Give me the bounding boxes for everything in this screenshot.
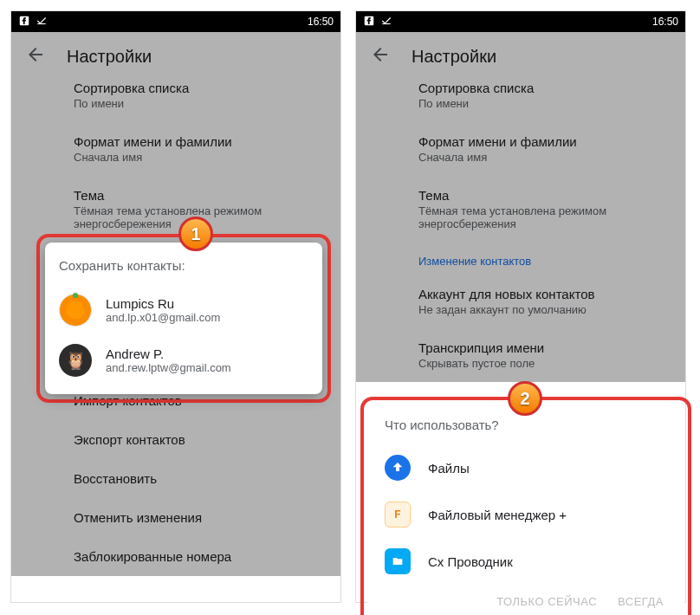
app-label: Файловый менеджер + — [428, 508, 567, 522]
status-bar: 16:50 — [356, 11, 685, 32]
account-option[interactable]: Andrew P. and.rew.lptw@gmail.com — [59, 335, 308, 385]
check-icon — [380, 15, 392, 29]
chooser-app-option[interactable]: F Файловый менеджер + — [381, 491, 671, 538]
avatar-icon — [59, 294, 92, 327]
annotation-badge-2: 2 — [508, 381, 542, 416]
save-contacts-dialog: Сохранить контакты: Lumpics Ru and.lp.x0… — [45, 243, 322, 394]
just-once-button[interactable]: ТОЛЬКО СЕЙЧАС — [496, 595, 597, 608]
facebook-icon — [363, 15, 375, 29]
app-label: Файлы — [428, 461, 470, 476]
chooser-app-option[interactable]: Файлы — [381, 444, 671, 491]
dialog-title: Сохранить контакты: — [59, 258, 308, 273]
status-bar: 16:50 — [11, 11, 340, 32]
account-name: Andrew P. — [106, 346, 231, 361]
always-button[interactable]: ВСЕГДА — [618, 595, 664, 608]
file-manager-icon: F — [385, 502, 411, 528]
account-name: Lumpics Ru — [106, 296, 220, 311]
status-time: 16:50 — [652, 16, 678, 28]
files-icon — [385, 455, 411, 481]
account-email: and.rew.lptw@gmail.com — [106, 361, 231, 374]
account-email: and.lp.x01@gmail.com — [106, 311, 220, 324]
account-option[interactable]: Lumpics Ru and.lp.x01@gmail.com — [59, 285, 308, 335]
save-contacts-dialog-frame: Сохранить контакты: Lumpics Ru and.lp.x0… — [36, 234, 331, 403]
app-chooser-dialog: Что использовать? Файлы F Файловый менед… — [367, 404, 684, 615]
facebook-icon — [18, 15, 30, 29]
check-icon — [36, 15, 48, 29]
chooser-title: Что использовать? — [381, 418, 671, 432]
app-chooser-frame: Что использовать? Файлы F Файловый менед… — [360, 397, 691, 615]
avatar-icon — [59, 344, 92, 377]
cx-explorer-icon — [385, 548, 411, 574]
scrim — [356, 32, 685, 382]
chooser-app-option[interactable]: Cx Проводник — [381, 538, 671, 585]
status-time: 16:50 — [308, 16, 334, 28]
app-label: Cx Проводник — [428, 554, 513, 569]
annotation-badge-1: 1 — [178, 217, 213, 251]
